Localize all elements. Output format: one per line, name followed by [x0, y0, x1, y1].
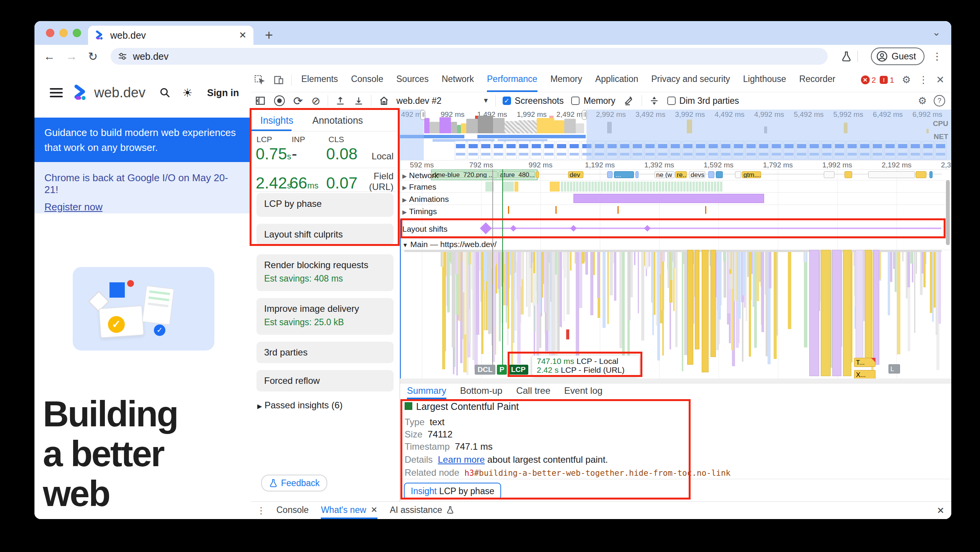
lcp-marker-chip[interactable]: LCP — [508, 365, 528, 375]
minimize-window-button[interactable] — [59, 29, 68, 37]
help-icon[interactable]: ? — [934, 95, 945, 106]
devtools-tab-performance[interactable]: Performance — [487, 68, 537, 92]
sign-in-button[interactable]: Sign in — [207, 87, 239, 98]
flame-event-chip[interactable]: L — [889, 364, 900, 373]
devtools-kebab-icon[interactable]: ⋮ — [918, 74, 928, 86]
filmstrip-thumbnail[interactable] — [480, 141, 492, 159]
browser-menu-kebab-icon[interactable]: ⋮ — [932, 51, 942, 62]
theme-toggle-icon[interactable]: ☀ — [182, 86, 193, 100]
insight-card[interactable]: Render blocking requestsEst savings: 408… — [256, 254, 394, 291]
devtools-tab-sources[interactable]: Sources — [396, 68, 428, 92]
insight-card[interactable]: LCP by phase — [256, 193, 394, 217]
filmstrip-thumbnail[interactable] — [568, 141, 580, 159]
layout-shift-diamond[interactable] — [480, 222, 492, 234]
network-request[interactable]: gtm.... — [742, 171, 761, 178]
learn-more-link[interactable]: Learn more — [438, 454, 485, 465]
network-request[interactable] — [844, 171, 852, 178]
checkbox-unchecked-icon[interactable] — [571, 97, 580, 105]
track-frames[interactable]: ▶Frames — [402, 182, 436, 192]
insight-card[interactable]: Forced reflow — [256, 370, 394, 391]
issue-count[interactable]: 1 — [890, 75, 894, 85]
track-network[interactable]: ▶Network — [402, 171, 439, 180]
track-animations[interactable]: ▶Animations — [402, 195, 449, 204]
track-layout-shifts[interactable]: Layout shifts — [402, 224, 448, 234]
devtools-tab-privacy-and-security[interactable]: Privacy and security — [651, 68, 730, 92]
tab-close-icon[interactable]: ✕ — [239, 30, 247, 41]
animations-bar[interactable] — [573, 194, 764, 203]
record-reload-icon[interactable]: ⟳ — [293, 94, 303, 108]
maximize-window-button[interactable] — [73, 29, 81, 37]
devtools-tab-elements[interactable]: Elements — [301, 68, 338, 92]
paint-marker-chip[interactable]: P — [497, 365, 507, 375]
error-count[interactable]: 2 — [872, 75, 876, 85]
profile-button[interactable]: Guest — [871, 48, 924, 65]
network-request[interactable] — [735, 171, 741, 178]
drawer-kebab-icon[interactable]: ⋮ — [256, 505, 266, 516]
console-errors-icon[interactable]: ✕ — [861, 75, 870, 84]
network-request[interactable]: devs — [689, 171, 705, 178]
selection-handle-right[interactable] — [582, 110, 587, 120]
screenshots-checkbox[interactable]: ✓ Screenshots — [503, 96, 564, 106]
tab-search-chevron-icon[interactable]: ⌄ — [932, 26, 941, 38]
checkbox-checked-icon[interactable]: ✓ — [503, 97, 511, 105]
register-now-link[interactable]: Register now — [44, 201, 103, 213]
devtools-tab-network[interactable]: Network — [442, 68, 474, 92]
details-tab-summary[interactable]: Summary — [407, 384, 446, 399]
insight-card[interactable]: Layout shift culprits — [256, 224, 394, 245]
filmstrip-thumbnail[interactable] — [467, 141, 479, 159]
network-request[interactable]: ome-blue_720.png .. — [431, 171, 498, 178]
inspect-element-icon[interactable] — [254, 75, 265, 85]
issues-icon[interactable]: ! — [880, 76, 888, 84]
network-request[interactable]: ... — [614, 171, 634, 178]
insight-card[interactable]: Improve image deliveryEst savings: 25.0 … — [256, 298, 394, 335]
garbage-collect-icon[interactable] — [624, 95, 634, 106]
home-icon[interactable] — [379, 95, 389, 106]
network-request[interactable] — [868, 171, 915, 178]
clear-icon[interactable]: ⊘ — [311, 95, 320, 107]
address-bar[interactable]: web.dev — [111, 48, 828, 65]
network-request[interactable] — [536, 171, 539, 178]
collapse-tracks-icon[interactable] — [649, 96, 659, 106]
devtools-tab-application[interactable]: Application — [595, 68, 639, 92]
profile-select[interactable]: web.dev #2 ▼ — [397, 96, 489, 106]
insight-chip-button[interactable]: Insight LCP by phase — [404, 483, 501, 500]
site-logo-icon[interactable] — [73, 84, 90, 101]
hamburger-menu-icon[interactable] — [50, 86, 63, 100]
close-whats-new-icon[interactable]: ✕ — [371, 505, 378, 514]
forward-icon[interactable]: → — [66, 50, 77, 63]
network-request[interactable] — [708, 171, 714, 178]
passed-insights-row[interactable]: ▶ Passed insights (6) — [257, 400, 343, 411]
device-toolbar-icon[interactable] — [273, 75, 284, 85]
network-request[interactable]: ne (w — [655, 171, 675, 178]
devtools-settings-gear-icon[interactable]: ⚙ — [902, 74, 911, 86]
network-request[interactable] — [607, 171, 612, 178]
new-tab-button[interactable]: + — [265, 27, 273, 43]
devtools-close-icon[interactable]: ✕ — [936, 74, 944, 86]
save-profile-icon[interactable] — [354, 96, 364, 106]
filmstrip-thumbnail[interactable] — [455, 141, 466, 159]
record-icon[interactable] — [274, 95, 285, 106]
filmstrip-thumbnail[interactable] — [493, 141, 504, 159]
network-request[interactable]: dev — [568, 171, 583, 178]
layout-shift-diamond[interactable] — [570, 225, 577, 232]
insight-card[interactable]: 3rd parties — [256, 342, 394, 363]
checkbox-unchecked-icon[interactable] — [667, 97, 676, 105]
network-request[interactable]: re... — [675, 171, 687, 178]
filmstrip-thumbnail[interactable] — [556, 141, 567, 159]
search-icon[interactable] — [159, 87, 171, 98]
dim-3rd-parties-checkbox[interactable]: Dim 3rd parties — [667, 96, 739, 106]
filmstrip-thumbnail[interactable] — [505, 141, 517, 159]
details-tab-event-log[interactable]: Event log — [564, 384, 603, 399]
network-request[interactable]: ature_480... — [498, 171, 535, 178]
drawer-tab-ai-assistance[interactable]: AI assistance — [390, 502, 454, 519]
feedback-button[interactable]: Feedback — [261, 475, 327, 491]
dcl-marker-chip[interactable]: DCL — [475, 365, 495, 375]
vertical-scrollbar[interactable] — [946, 180, 950, 245]
close-window-button[interactable] — [46, 29, 54, 37]
drawer-close-icon[interactable]: ✕ — [937, 505, 944, 516]
selection-handle-left[interactable] — [420, 110, 425, 120]
related-node-link[interactable]: h3#building-a-better-web-together.hide-f… — [464, 468, 730, 478]
network-request[interactable] — [635, 171, 639, 178]
devtools-tab-recorder[interactable]: Recorder — [799, 68, 836, 92]
filmstrip-thumbnail[interactable] — [543, 141, 555, 159]
